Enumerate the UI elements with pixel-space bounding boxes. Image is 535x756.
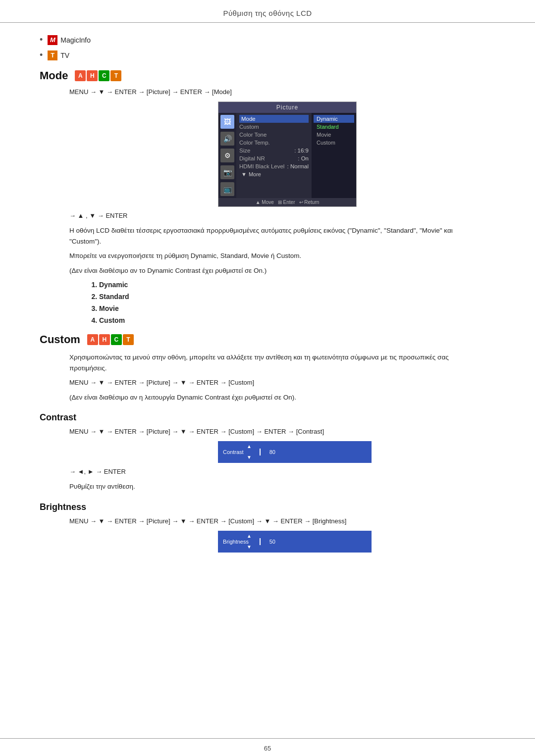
custom-badge-group: A H C T [87, 334, 134, 345]
contrast-slider-down: ▼ [247, 455, 252, 460]
menu-row-custom: Custom [239, 123, 309, 131]
bullet-dot-2: • [40, 50, 43, 60]
menu-icon-input: 📷 [220, 165, 234, 179]
brightness-slider-col: ▲ Brightness 50 ▼ [223, 534, 275, 550]
custom-heading: Custom A H C T [40, 333, 495, 346]
footer-move: ▲ Move [256, 200, 274, 205]
menu-row-more: ▼ More [239, 170, 309, 178]
menu-row-digitalnr: Digital NR : On [239, 154, 309, 162]
option-custom: Custom [314, 139, 354, 147]
custom-desc2: (Δεν είναι διαθέσιμο αν η λειτουργία Dyn… [69, 392, 466, 403]
menu-icon-other: 📺 [220, 182, 234, 196]
brightness-slider-value: 50 [264, 539, 275, 545]
contrast-arrow-nav: → ◄, ► → ENTER [69, 468, 495, 475]
list-item-magicinfo: • M MagicInfo [40, 35, 495, 45]
contrast-slider-label: Contrast [223, 449, 258, 455]
contrast-heading: Contrast [40, 412, 495, 423]
menu-icon-settings: ⚙ [220, 149, 234, 162]
badge-c: C [99, 70, 109, 81]
brightness-slider-down: ▼ [247, 545, 252, 550]
brightness-slider-container: ▲ Brightness 50 ▼ [119, 531, 272, 553]
contrast-slider-thumb [260, 449, 261, 455]
picture-menu: Picture 🖼 🔊 ⚙ 📷 📺 Mode [218, 101, 357, 207]
brightness-slider-row: Brightness 50 [223, 539, 275, 545]
icon-t: T [48, 50, 57, 60]
list-item-movie: Movie [99, 304, 495, 312]
mode-arrow-nav: → ▲ , ▼ → ENTER [69, 212, 495, 219]
menu-row-hdmibllevel: HDMI Black Level : Normal [239, 162, 309, 170]
custom-badge-t: T [123, 334, 134, 345]
menu-icon-audio: 🔊 [220, 132, 234, 146]
brightness-slider-thumb [260, 538, 261, 545]
picture-menu-rows: Mode Custom Color Tone Color Temp. [236, 113, 312, 198]
option-dynamic: Dynamic [314, 115, 354, 123]
list-item-dynamic: Dynamic [99, 281, 495, 289]
picture-menu-header: Picture [218, 102, 356, 113]
picture-menu-container: Picture 🖼 🔊 ⚙ 📷 📺 Mode [119, 101, 272, 207]
badge-t: T [110, 70, 121, 81]
footer-return: ↩ Return [299, 200, 320, 205]
menu-row-colortone: Color Tone [239, 131, 309, 139]
brightness-menu-path: MENU → ▼ → ENTER → [Picture] → ▼ → ENTER… [69, 517, 495, 525]
mode-menu-path: MENU → ▼ → ENTER → [Picture] → ENTER → [… [69, 88, 495, 96]
mode-heading: Mode A H C T [40, 69, 495, 82]
footer-enter: ⊞ Enter [278, 200, 295, 205]
bullet-list: • M MagicInfo • T TV [40, 35, 495, 60]
contrast-slider-up: ▲ [247, 444, 252, 449]
picture-menu-footer: ▲ Move ⊞ Enter ↩ Return [218, 198, 356, 206]
contrast-desc: Ρυθμίζει την αντίθεση. [69, 481, 466, 492]
contrast-slider-container: ▲ Contrast 80 ▼ [119, 441, 272, 463]
contrast-slider-widget: ▲ Contrast 80 ▼ [218, 441, 372, 463]
menu-row-size: Size : 16:9 [239, 147, 309, 154]
mode-desc3: (Δεν είναι διαθέσιμο αν το Dynamic Contr… [69, 265, 466, 276]
contrast-slider-col: ▲ Contrast 80 ▼ [223, 444, 275, 460]
custom-desc1: Χρησιμοποιώντας τα μενού στην οθόνη, μπο… [69, 352, 466, 373]
page-header: Ρύθμιση της οθόνης LCD [0, 0, 535, 23]
picture-menu-body: 🖼 🔊 ⚙ 📷 📺 Mode Custom [218, 113, 356, 198]
contrast-slider-value: 80 [264, 449, 275, 455]
list-item-custom: Custom [99, 316, 495, 324]
menu-row-colortemp: Color Temp. [239, 139, 309, 147]
mode-desc2: Μπορείτε να ενεργοποιήσετε τη ρύθμιση Dy… [69, 251, 466, 261]
custom-heading-text: Custom [40, 333, 80, 346]
header-title: Ρύθμιση της οθόνης LCD [223, 9, 312, 17]
menu-row-mode: Mode [239, 115, 309, 123]
list-item-standard: Standard [99, 293, 495, 301]
tv-label: TV [60, 51, 69, 59]
page-footer: 65 [0, 738, 535, 756]
option-movie: Movie [314, 131, 354, 139]
brightness-slider-widget: ▲ Brightness 50 ▼ [218, 531, 372, 553]
custom-badge-a: A [87, 334, 98, 345]
mode-heading-text: Mode [40, 69, 68, 82]
badge-a: A [75, 70, 86, 81]
custom-menu-path: MENU → ▼ → ENTER → [Picture] → ▼ → ENTER… [69, 379, 495, 386]
main-content: • M MagicInfo • T TV Mode A H C T MENU →… [0, 23, 535, 576]
brightness-slider-up: ▲ [247, 534, 252, 539]
dropdown-options: Dynamic Standard Movie Custom [312, 113, 356, 198]
list-item-tv: • T TV [40, 50, 495, 60]
brightness-slider-label: Brightness [223, 539, 258, 545]
badge-h: H [87, 70, 98, 81]
mode-badge-group: A H C T [75, 70, 121, 81]
bullet-dot-1: • [40, 35, 43, 45]
picture-menu-icons: 🖼 🔊 ⚙ 📷 📺 [218, 113, 236, 198]
custom-badge-c: C [111, 334, 122, 345]
menu-icon-picture: 🖼 [220, 115, 234, 129]
contrast-menu-path: MENU → ▼ → ENTER → [Picture] → ▼ → ENTER… [69, 428, 495, 435]
option-standard: Standard [314, 123, 354, 131]
mode-desc1: Η οθόνη LCD διαθέτει τέσσερις εργοστασια… [69, 225, 466, 247]
brightness-heading: Brightness [40, 502, 495, 512]
icon-m: M [48, 35, 57, 45]
mode-numbered-list: Dynamic Standard Movie Custom [99, 281, 495, 324]
custom-badge-h: H [99, 334, 110, 345]
magicinfo-label: MagicInfo [60, 36, 91, 44]
page-wrapper: Ρύθμιση της οθόνης LCD • M MagicInfo • T… [0, 0, 535, 756]
page-number: 65 [264, 745, 271, 752]
